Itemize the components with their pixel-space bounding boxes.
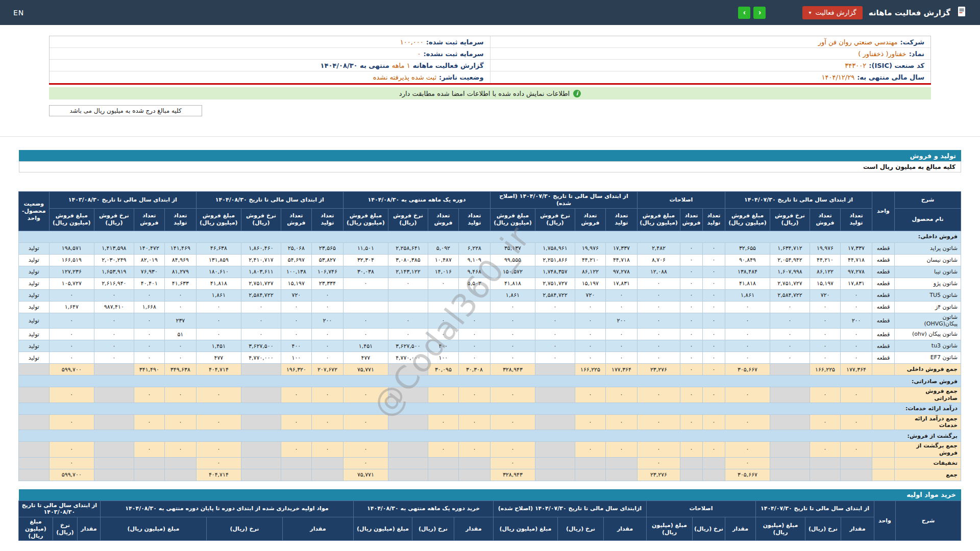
value-cell: ۰: [637, 352, 680, 364]
subcolumn-header: تعداد فروش: [680, 208, 702, 231]
value-cell: ۰: [637, 387, 680, 403]
value-cell: ۷۶,۹۳۰: [134, 266, 164, 278]
group-header: از ابتدای سال مالی تا تاریخ ۱۴۰۴/۰۷/۳۰: [755, 500, 874, 517]
value-cell: ۰: [725, 301, 770, 313]
value-cell: ۱۵,۱۹۷: [575, 278, 605, 289]
section-label: فروش داخلی:: [18, 231, 961, 242]
value-cell: ۰: [490, 313, 535, 329]
value-cell: ۰: [49, 387, 94, 403]
value-cell: ۰: [428, 442, 458, 458]
product-row: شاتون پیکان(OHVG)قطعه۲۰۰۰۰۰۰۰۰۲۰۰۰۰۰۰۰۰۰…: [18, 313, 961, 329]
status-cell: [18, 364, 49, 375]
total-row: تخفیفات۰۰۰۰۰۰: [18, 457, 961, 469]
language-switch-en[interactable]: EN: [13, 9, 24, 17]
value-cell: ۰: [281, 301, 311, 313]
value-cell: ۲,۲۵۸,۶۴۱: [388, 242, 428, 254]
value-cell: ۰: [810, 387, 841, 403]
subcolumn-header: مقدار: [77, 517, 100, 541]
value-cell: ۰: [535, 329, 575, 340]
value-cell: ۳۰,۰۳۸: [343, 266, 388, 278]
status-cell: تولید: [18, 266, 49, 278]
value-cell: ۵۱: [164, 329, 196, 340]
value-cell: ۰: [637, 289, 680, 301]
unit-cell: قطعه: [872, 266, 895, 278]
value-cell: [388, 469, 428, 481]
value-cell: ۲۰۰: [311, 313, 343, 329]
value-cell: ۱۷,۸۳۱: [605, 278, 637, 289]
value-cell: ۹۸۷,۴۱۰: [94, 301, 134, 313]
value-cell: ۳۰۵,۶۶۷: [725, 469, 770, 481]
subcolumn-header: تعداد تولید: [164, 208, 196, 231]
value-cell: ۰: [196, 301, 241, 313]
value-cell: ۰: [725, 457, 770, 469]
section-row: فروش صادراتی:: [18, 375, 961, 387]
value-cell: ۰: [490, 301, 535, 313]
value-cell: [94, 414, 134, 430]
sales-table-head: شرحواحداز ابتدای سال مالی تا تاریخ ۱۴۰۴/…: [18, 192, 961, 231]
product-name: شاتون تیبا: [895, 266, 961, 278]
value-cell: ۰: [458, 442, 490, 458]
header-group-row: شرحواحداز ابتدای سال مالی تا تاریخ ۱۴۰۴/…: [18, 500, 961, 517]
value-cell: ۰: [680, 387, 702, 403]
subcolumn-header: تعداد تولید: [311, 208, 343, 231]
value-cell: ۱,۸۰۳,۶۱۱: [241, 266, 281, 278]
value-cell: ۰: [841, 352, 872, 364]
value-cell: [343, 289, 388, 301]
value-cell: ۳۰۵,۶۶۷: [725, 364, 770, 375]
value-cell: ۰: [725, 387, 770, 403]
value-cell: ۰: [458, 387, 490, 403]
value-cell: ۴۴,۲۱۰: [810, 254, 841, 266]
info-row-fiscal-year: سال مالی منتهی به: ۱۴۰۴/۱۲/۲۹: [491, 71, 931, 83]
value-cell: [535, 469, 575, 481]
product-name: شاتون نیسان: [895, 254, 961, 266]
header-group-row: شرحواحداز ابتدای سال مالی تا تاریخ ۱۴۰۴/…: [18, 192, 961, 209]
info-value: ۰: [417, 50, 421, 58]
value-cell: ۵,۵۰۳: [458, 278, 490, 289]
scope-header: شرح: [896, 500, 961, 541]
company-info-table: شرکت: مهندسي صنعتي روان فن آور نماد: خفن…: [49, 36, 931, 83]
page-divider: [0, 136, 980, 137]
value-cell: ۰: [164, 414, 196, 430]
value-cell: ۰: [770, 352, 810, 364]
value-cell: ۹۷,۲۷۸: [605, 266, 637, 278]
value-cell: ۰: [535, 352, 575, 364]
section-row: برگشت از فروش:: [18, 430, 961, 442]
value-cell: ۰: [388, 313, 428, 329]
info-label: کد صنعت (ISIC):: [869, 62, 924, 69]
total-label: تخفیفات: [895, 457, 961, 469]
value-cell: ۰: [311, 301, 343, 313]
value-cell: ۸,۷۰۶: [637, 254, 680, 266]
info-label: سرمایه ثبت شده:: [426, 38, 484, 46]
value-cell: ۰: [605, 329, 637, 340]
nav-back-button[interactable]: ‹: [738, 7, 750, 19]
value-cell: ۰: [281, 387, 311, 403]
value-cell: [770, 364, 810, 375]
section-label: فروش صادراتی:: [18, 375, 961, 387]
info-value: ۳۴۳۰۰۲: [845, 62, 866, 69]
value-cell: ۲۳,۵۶۵: [311, 242, 343, 254]
value-cell: ۰: [680, 266, 702, 278]
product-row: شاتون tu3قطعه۰۰۰۰۰۰۰۰۰۰۰۰۴۰۰۳,۶۲۷,۵۰۰۱,۴…: [18, 340, 961, 352]
subcolumn-header: نرخ فروش (ریال): [535, 208, 575, 231]
subcolumn-header: نرخ (ریال): [805, 517, 841, 541]
value-cell: ۰: [810, 352, 841, 364]
chevron-down-icon: ▾: [808, 10, 811, 15]
value-cell: [241, 414, 281, 430]
unit-cell: [872, 457, 895, 469]
value-cell: ۰: [605, 414, 637, 430]
status-cell: تولید: [18, 289, 49, 301]
report-icon: [957, 6, 967, 19]
nav-forward-button[interactable]: ›: [753, 7, 766, 19]
value-cell: ۱,۶۰۷,۹۹۸: [770, 266, 810, 278]
value-cell: ۱۳۱,۸۵۹: [196, 254, 241, 266]
unit-cell: قطعه: [872, 289, 895, 301]
value-cell: ۱۶۶,۲۲۵: [810, 364, 841, 375]
report-type-dropdown[interactable]: گزارش فعالیت ▾: [802, 6, 862, 19]
value-cell: ۰: [637, 313, 680, 329]
value-cell: ۷۲۰: [281, 289, 311, 301]
value-cell: ۰: [702, 254, 725, 266]
value-cell: [428, 457, 458, 469]
unit-cell: قطعه: [872, 352, 895, 364]
product-row: شاتون TU5قطعه۰۷۲۰۲,۵۸۴,۷۲۲۱,۸۶۱۰۰۰۰۷۲۰۲,…: [18, 289, 961, 301]
value-cell: ۰: [164, 289, 196, 301]
